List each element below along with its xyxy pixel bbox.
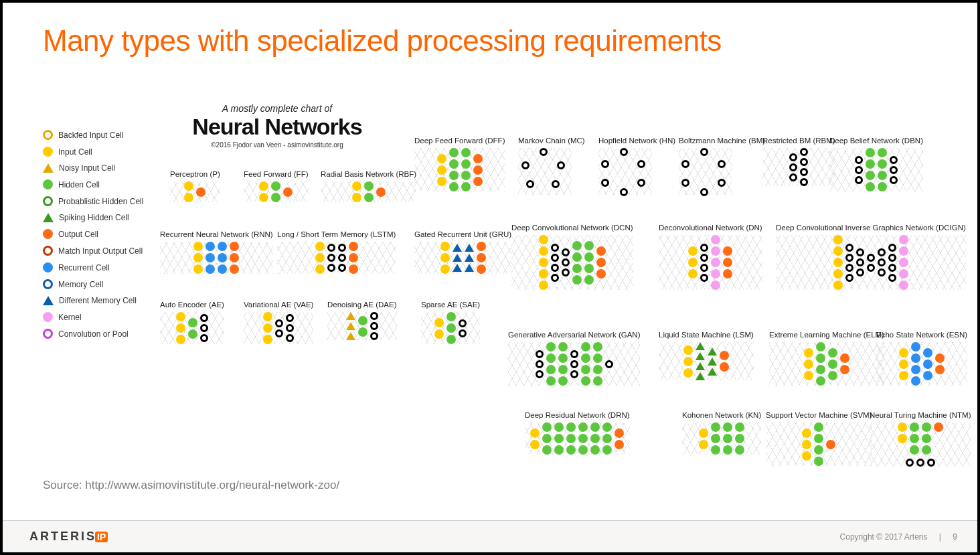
legend-item: Match Input Output Cell [43,246,163,256]
legend-label: Input Cell [58,147,92,157]
net-label: Deep Convolutional Network (DCN) [511,224,633,232]
net-vae: Variational AE (VAE) [244,301,313,344]
net-dn: Deconvolutional Network (DN) [659,224,762,290]
recurrent-cell-icon [43,262,53,272]
net-label: Markov Chain (MC) [518,137,585,145]
net-label: Support Vector Machine (SVM) [766,411,872,419]
net-drn: Deep Residual Network (DRN) [525,411,630,455]
legend-item: Output Cell [43,229,163,239]
match-io-cell-icon [43,246,53,256]
net-label: Auto Encoder (AE) [160,301,224,309]
source-label: Source: [43,479,85,491]
net-feedforward: Feed Forward (FF) [244,170,309,202]
chart-credit: ©2016 Fjodor van Veen - asimovinstitute.… [157,141,398,149]
brand-suffix: IP [95,532,108,542]
legend-label: Kernel [58,313,82,322]
net-dff: Deep Feed Forward (DFF) [414,137,505,191]
chart-header: A mostly complete chart of Neural Networ… [157,103,398,149]
net-label: Neural Turing Machine (NTM) [870,411,971,419]
legend-item: Different Memory Cell [43,296,163,305]
brand-logo: ARTERISIP [29,530,108,544]
net-label: Sparse AE (SAE) [421,301,480,309]
chart-title: Neural Networks [157,114,398,140]
legend-label: Probablistic Hidden Cell [58,197,143,206]
net-label: Generative Adversarial Network (GAN) [508,331,640,339]
source-url: http://www.asimovinstitute.org/neural-ne… [85,479,339,491]
legend-label: Different Memory Cell [59,296,137,305]
net-label: Radial Basis Network (RBF) [321,170,416,178]
hidden-cell-icon [43,179,53,189]
chart-subtitle: A mostly complete chart of [157,103,398,114]
conv-pool-icon [43,329,53,339]
noisy-input-cell-icon [43,163,54,173]
net-ntm: Neural Turing Machine (NTM) [870,411,971,467]
net-rbm: Restricted BM (RBM) [762,137,835,186]
legend-label: Noisy Input Cell [59,163,115,173]
net-label: Feed Forward (FF) [244,170,309,178]
legend-item: Noisy Input Cell [43,163,163,173]
input-cell-icon [43,147,53,157]
net-gru: Gated Recurrent Unit (GRU) [414,230,511,274]
kernel-icon [43,312,53,322]
net-label: Recurrent Neural Network (RNN) [160,230,273,238]
net-label: Variational AE (VAE) [244,301,313,309]
net-lsm: Liquid State Machine (LSM) [659,331,754,380]
page-number: 9 [953,532,957,542]
net-label: Deep Convolutional Inverse Graphics Netw… [776,224,966,232]
net-rbf: Radial Basis Network (RBF) [321,170,416,202]
net-svm: Support Vector Machine (SVM) [766,411,872,466]
brand-text: ARTERIS [29,530,96,543]
legend-label: Match Input Output Cell [58,246,143,256]
copyright-block: Copyright © 2017 Arteris | 9 [840,532,957,542]
legend-label: Output Cell [58,230,98,239]
net-lstm: Long / Short Term Memory (LSTM) [277,230,396,274]
net-label: Boltzmann Machine (BM) [679,137,765,145]
net-rnn: Recurrent Neural Network (RNN) [160,230,273,274]
net-perceptron: Perceptron (P) [170,170,220,202]
legend-item: Backfed Input Cell [43,130,163,140]
legend-label: Backfed Input Cell [58,131,123,140]
legend-label: Hidden Cell [58,180,100,189]
net-label: Deep Feed Forward (DFF) [414,137,505,145]
net-label: Deconvolutional Network (DN) [659,224,762,232]
net-label: Long / Short Term Memory (LSTM) [277,230,396,238]
net-ae: Auto Encoder (AE) [160,301,224,344]
net-bm: Boltzmann Machine (BM) [679,137,765,195]
net-label: Deep Residual Network (DRN) [525,411,630,419]
copyright-text: Copyright © 2017 Arteris [840,532,928,542]
slide-title: Many types with specialized processing r… [3,3,977,58]
legend-item: Probablistic Hidden Cell [43,196,163,206]
legend-label: Spiking Hidden Cell [59,213,129,222]
net-label: Gated Recurrent Unit (GRU) [414,230,511,238]
net-dcign: Deep Convolutional Inverse Graphics Netw… [776,224,966,290]
net-label: Kohonen Network (KN) [682,411,761,419]
net-label: Perceptron (P) [170,170,220,178]
net-label: Echo State Network (ESN) [876,331,967,339]
net-label: Denoising AE (DAE) [327,301,397,309]
slide-footer: ARTERISIP Copyright © 2017 Arteris | 9 [3,520,977,552]
different-memory-cell-icon [43,296,54,305]
legend-label: Convolution or Pool [58,329,129,339]
slide-content: A mostly complete chart of Neural Networ… [43,103,951,492]
output-cell-icon [43,229,53,239]
legend-item: Hidden Cell [43,179,163,189]
net-mc: Markov Chain (MC) [518,137,585,195]
probabilistic-hidden-cell-icon [43,196,53,206]
legend-label: Memory Cell [58,280,103,289]
net-esn: Echo State Network (ESN) [876,331,967,386]
legend-label: Recurrent Cell [58,263,110,272]
source-line: Source: http://www.asimovinstitute.org/n… [43,479,339,492]
spiking-hidden-cell-icon [43,213,54,222]
memory-cell-icon [43,279,53,289]
net-label: Extreme Learning Machine (ELM) [769,331,884,339]
legend-item: Convolution or Pool [43,329,163,339]
legend-item: Spiking Hidden Cell [43,213,163,222]
net-hn: Hopfield Network (HN) [598,137,675,195]
net-elm: Extreme Learning Machine (ELM) [769,331,884,386]
legend: Backfed Input Cell Input Cell Noisy Inpu… [43,130,163,345]
legend-item: Memory Cell [43,279,163,289]
net-label: Deep Belief Network (DBN) [829,137,923,145]
net-sae: Sparse AE (SAE) [421,301,480,344]
net-label: Liquid State Machine (LSM) [659,331,754,339]
net-dcn: Deep Convolutional Network (DCN) [511,224,633,290]
